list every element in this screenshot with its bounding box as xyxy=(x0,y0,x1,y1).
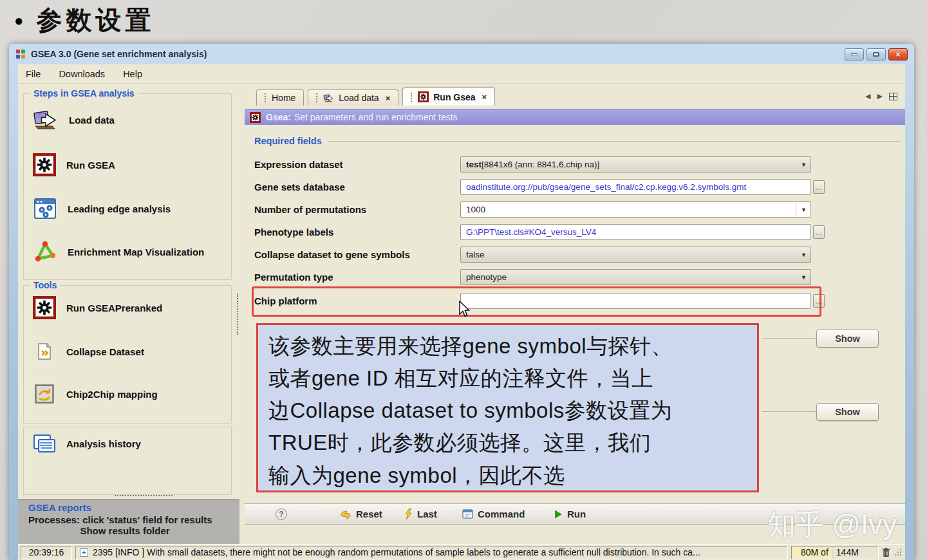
horizontal-splitter-handle[interactable] xyxy=(115,495,173,498)
window-body: File Downloads Help Steps in GSEA analys… xyxy=(18,64,905,560)
tab-grip-icon xyxy=(411,93,413,102)
reset-button[interactable]: Reset xyxy=(340,509,382,519)
run-play-icon xyxy=(554,509,563,519)
tab-home[interactable]: Home xyxy=(256,89,304,106)
analysis-history-icon xyxy=(33,434,56,453)
last-label: Last xyxy=(417,509,437,519)
run-label: Run xyxy=(567,509,586,519)
tab-run-gsea[interactable]: Run Gsea × xyxy=(402,88,495,106)
chip-platform-field[interactable]: … xyxy=(460,293,811,309)
chevron-down-icon[interactable]: ▼ xyxy=(801,207,807,213)
bullet-icon: ● xyxy=(14,12,24,30)
memory-used-value: 80M of xyxy=(792,546,832,559)
minimize-icon xyxy=(851,53,857,55)
tab-scroll-right-icon[interactable]: ▶ xyxy=(877,92,883,100)
expand-plus-icon[interactable]: + xyxy=(80,548,88,557)
menu-downloads[interactable]: Downloads xyxy=(59,69,105,79)
phenotype-labels-field[interactable]: G:\PPT\test.cls#KO4_versus_LV4 … xyxy=(460,224,811,240)
sidebar-item-chip2chip[interactable]: Chip2Chip mapping xyxy=(33,384,158,404)
chevron-down-icon[interactable]: ▼ xyxy=(801,162,807,168)
help-icon: ? xyxy=(276,509,287,520)
sidebar-item-run-gsea[interactable]: Run GSEA xyxy=(33,153,115,176)
load-data-icon xyxy=(33,108,59,131)
memory-total-value: 144M xyxy=(832,546,863,559)
show-button-advanced-fields[interactable]: Show xyxy=(816,403,879,421)
tab-grip-icon xyxy=(316,93,319,102)
tab-scroll-left-icon[interactable]: ◀ xyxy=(865,92,870,100)
close-icon: × xyxy=(895,50,901,59)
sidebar-item-analysis-history[interactable]: Analysis history xyxy=(33,434,141,453)
menu-help[interactable]: Help xyxy=(123,69,142,79)
collapse-dataset-dropdown[interactable]: false ▼ xyxy=(460,247,811,263)
field-label: Expression dataset xyxy=(254,159,460,170)
menu-file[interactable]: File xyxy=(26,69,41,79)
sidebar-item-label: Load data xyxy=(69,115,115,126)
field-label: Gene sets database xyxy=(254,182,460,192)
minimize-button[interactable] xyxy=(845,48,864,61)
chevron-down-icon[interactable]: ▼ xyxy=(801,252,807,258)
close-button[interactable]: × xyxy=(888,48,908,61)
browse-button[interactable]: … xyxy=(813,294,825,308)
run-button[interactable]: Run xyxy=(554,509,586,519)
expression-dataset-dropdown[interactable]: test [8841x6 (ann: 8841,6,chip na)] ▼ xyxy=(460,156,811,173)
chevron-down-icon[interactable]: ▼ xyxy=(801,274,807,281)
tab-label: Home xyxy=(272,93,295,103)
section-rule xyxy=(762,338,816,339)
window-titlebar[interactable]: GSEA 3.0 (Gene set enrichment analysis) … xyxy=(9,44,914,64)
browse-button[interactable]: … xyxy=(813,180,825,194)
gsea-reports-panel: GSEA reports Processes: click 'status' f… xyxy=(18,499,239,544)
gene-sets-database-field[interactable]: oadinstitute.org://pub/gsea/gene_sets_fi… xyxy=(460,179,811,195)
lightning-icon xyxy=(404,508,413,520)
field-value: [8841x6 (ann: 8841,6,chip na)] xyxy=(482,160,599,169)
field-value: G:\PPT\test.cls#KO4_versus_LV4 xyxy=(466,227,596,237)
browse-button[interactable]: … xyxy=(813,225,825,239)
tab-label: Run Gsea xyxy=(433,92,475,102)
last-button[interactable]: Last xyxy=(404,508,437,520)
command-window-icon xyxy=(462,509,473,519)
sidebar-item-enrichment-map[interactable]: Enrichment Map Visualization xyxy=(33,239,204,264)
history-box: Analysis history xyxy=(23,427,232,495)
required-fields-title: Required fields xyxy=(254,136,322,146)
field-label: Chip platform xyxy=(254,295,460,306)
tab-load-data[interactable]: Load data × xyxy=(308,89,398,106)
tab-grip-icon xyxy=(265,93,267,102)
sidebar-item-gsea-preranked[interactable]: Run GSEAPreranked xyxy=(33,296,162,319)
field-value: test xyxy=(466,160,482,169)
field-label: Phenotype labels xyxy=(254,227,460,238)
gsea-reports-title: GSEA reports xyxy=(28,502,239,513)
show-button-basic-fields[interactable]: Show xyxy=(816,330,879,348)
vertical-splitter-handle[interactable] xyxy=(237,294,239,335)
sidebar-item-leading-edge[interactable]: Leading edge analysis xyxy=(33,197,171,220)
command-label: Command xyxy=(478,509,525,519)
field-row-number-of-permutations: Number of permutations 1000 ▼ xyxy=(254,201,811,218)
processes-status-text: Processes: click 'status' field for resu… xyxy=(28,514,239,525)
field-row-expression-dataset: Expression dataset test [8841x6 (ann: 88… xyxy=(254,156,811,173)
sidebar-item-collapse-dataset[interactable]: Collapse Dataset xyxy=(33,342,144,360)
tab-list-icon[interactable] xyxy=(889,93,897,100)
help-button[interactable]: ? xyxy=(276,509,287,520)
tab-close-icon[interactable]: × xyxy=(482,92,487,102)
maximize-button[interactable] xyxy=(866,48,886,61)
gear-icon xyxy=(33,296,56,319)
sidebar-item-label: Enrichment Map Visualization xyxy=(68,247,204,257)
permutation-type-dropdown[interactable]: phenotype ▼ xyxy=(460,269,811,285)
resize-grip-icon[interactable] xyxy=(894,548,903,557)
section-rule xyxy=(328,141,900,142)
sidebar-item-label: Analysis history xyxy=(66,438,141,449)
tools-group-title: Tools xyxy=(30,280,60,290)
sidebar-item-label: Collapse Dataset xyxy=(66,346,144,357)
reset-label: Reset xyxy=(356,509,382,519)
command-button[interactable]: Command xyxy=(462,509,525,519)
status-message-text: 2395 [INFO ] With small datasets, there … xyxy=(93,547,700,557)
trash-icon[interactable] xyxy=(882,547,890,557)
sidebar-item-load-data[interactable]: Load data xyxy=(33,108,115,131)
leading-edge-icon xyxy=(33,197,57,220)
sidebar-item-label: Chip2Chip mapping xyxy=(66,389,158,400)
tab-close-icon[interactable]: × xyxy=(386,93,391,103)
slide-background: ● 参数设置 GSEA 3.0 (Gene set enrichment ana… xyxy=(0,0,927,560)
field-label: Number of permutations xyxy=(254,204,460,215)
permutations-combobox[interactable]: 1000 ▼ xyxy=(460,201,811,218)
reset-icon xyxy=(340,509,351,519)
section-rule xyxy=(762,411,816,412)
show-results-folder-link[interactable]: Show results folder xyxy=(28,525,221,536)
